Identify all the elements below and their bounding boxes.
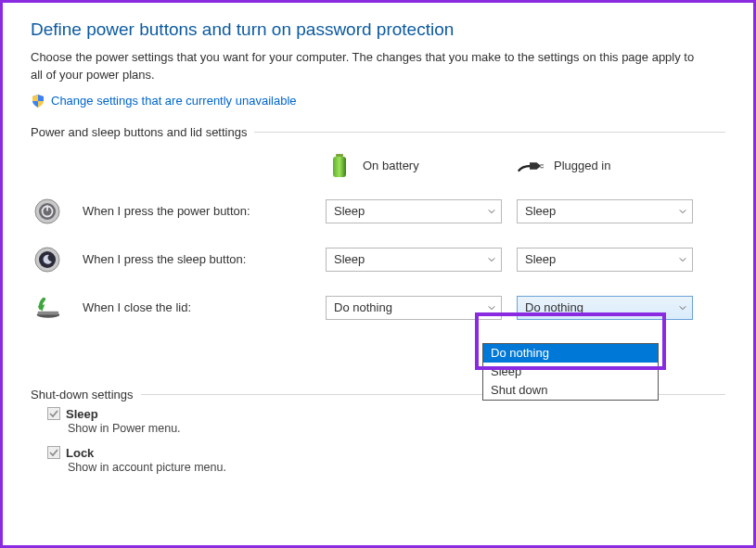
power-button-icon	[33, 198, 61, 225]
chevron-down-icon	[679, 256, 686, 263]
svg-rect-11	[38, 311, 59, 314]
row-sleep-button: When I press the sleep button: Sleep Sle…	[31, 236, 725, 284]
page-subtitle: Choose the power settings that you want …	[31, 49, 698, 84]
svg-rect-1	[333, 157, 346, 177]
shutdown-sleep-desc: Show in Power menu.	[68, 422, 725, 435]
plug-icon	[517, 152, 545, 180]
svg-rect-0	[336, 154, 343, 157]
svg-rect-3	[540, 167, 544, 168]
change-settings-link-row: Change settings that are currently unava…	[31, 94, 725, 108]
power-button-plugged-select[interactable]: Sleep	[517, 199, 693, 223]
row-power-label: When I press the power button:	[79, 204, 320, 218]
lid-battery-select[interactable]: Do nothing	[326, 296, 502, 320]
page-title: Define power buttons and turn on passwor…	[31, 19, 725, 40]
svg-rect-2	[540, 164, 544, 165]
shutdown-item-sleep: Sleep Show in Power menu.	[47, 407, 725, 435]
check-icon	[49, 448, 58, 457]
shutdown-lock-label: Lock	[66, 446, 94, 460]
battery-icon	[326, 152, 353, 180]
checkbox-sleep[interactable]	[47, 407, 60, 420]
shutdown-sleep-label: Sleep	[66, 407, 98, 421]
sleep-button-battery-select[interactable]: Sleep	[326, 248, 502, 272]
chevron-down-icon	[488, 208, 495, 215]
chevron-down-icon	[679, 208, 686, 215]
col-header-battery: On battery	[326, 152, 511, 180]
row-lid-label: When I close the lid:	[79, 300, 320, 314]
shutdown-lock-desc: Show in account picture menu.	[68, 461, 725, 474]
col-header-plugged: Plugged in	[517, 152, 702, 180]
dropdown-option-sleep[interactable]: Sleep	[483, 363, 658, 381]
lid-plugged-select[interactable]: Do nothing	[517, 296, 693, 320]
chevron-down-icon	[488, 256, 495, 263]
dropdown-option-shut-down[interactable]: Shut down	[483, 381, 658, 400]
close-lid-icon	[33, 294, 61, 322]
check-icon	[49, 409, 58, 418]
dropdown-option-do-nothing[interactable]: Do nothing	[483, 344, 658, 363]
shutdown-item-lock: Lock Show in account picture menu.	[47, 446, 725, 474]
change-settings-link[interactable]: Change settings that are currently unava…	[51, 94, 297, 108]
row-power-button: When I press the power button: Sleep Sle…	[31, 187, 725, 236]
sleep-button-icon	[33, 246, 61, 274]
chevron-down-icon	[679, 304, 686, 312]
checkbox-lock[interactable]	[47, 446, 60, 459]
chevron-down-icon	[488, 304, 495, 312]
section-power-sleep-title: Power and sleep buttons and lid settings	[31, 125, 725, 139]
power-settings-grid: On battery Plugged in When I press the p…	[31, 145, 725, 332]
lid-plugged-dropdown[interactable]: Do nothing Sleep Shut down	[482, 343, 659, 401]
row-close-lid: When I close the lid: Do nothing Do noth…	[31, 284, 725, 332]
shield-icon	[31, 94, 45, 108]
sleep-button-plugged-select[interactable]: Sleep	[517, 248, 693, 272]
row-sleep-label: When I press the sleep button:	[79, 252, 320, 266]
svg-rect-7	[46, 205, 48, 210]
power-button-battery-select[interactable]: Sleep	[326, 199, 502, 223]
